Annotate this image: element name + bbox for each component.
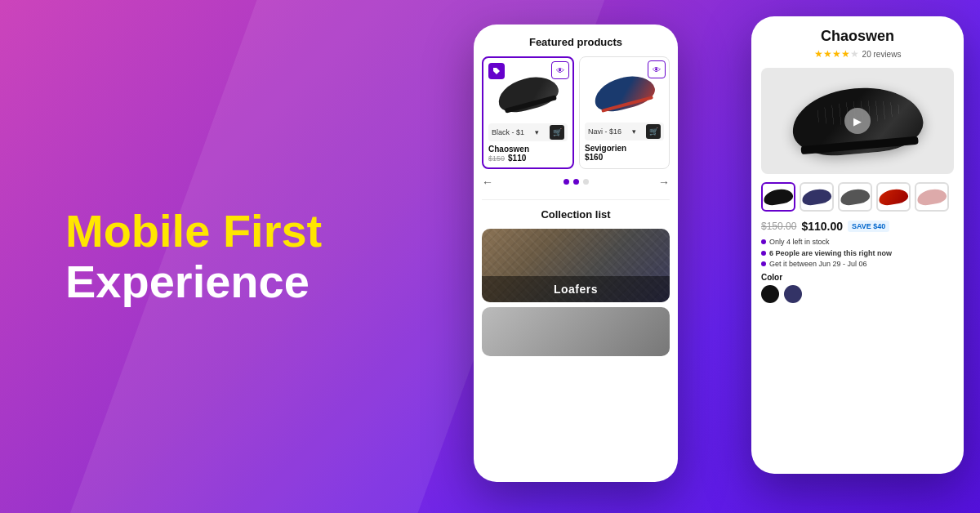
dot-3 (583, 179, 589, 185)
collection-name: Loafers (482, 276, 670, 302)
product-name-1: Chaoswen (488, 145, 568, 154)
swatch-5[interactable] (915, 182, 949, 212)
play-button[interactable]: ▶ (844, 108, 871, 134)
viewers-text: 6 People are viewing this right now (769, 249, 892, 257)
swatch-shoe-3 (840, 187, 871, 207)
price-new: $110.00 (801, 220, 843, 233)
eye-icon-1[interactable]: 👁 (551, 61, 569, 79)
hero-section: Mobile First Experience (65, 206, 322, 306)
add-to-cart-btn-2[interactable]: 🛒 (646, 124, 661, 139)
delivery-info: Get it between Jun 29 - Jul 06 (761, 260, 954, 268)
swatch-4[interactable] (876, 182, 911, 212)
price-section: $150.00 $110.00 SAVE $40 (761, 220, 954, 233)
price-old-1: $150 (488, 154, 505, 163)
variant-selector-1[interactable]: Black - $1 ▾ 🛒 (488, 123, 568, 141)
viewers-dot (761, 251, 766, 256)
rating-row: ★★★★★ 20 reviews (761, 48, 954, 60)
save-badge: SAVE $40 (848, 221, 889, 232)
product-card-1[interactable]: 👁 Black - $1 ▾ 🛒 Chaoswen $150 $110 (482, 56, 574, 169)
hero-line2: Experience (65, 256, 322, 307)
color-label: Color (761, 273, 954, 282)
collection-item-2[interactable] (482, 307, 670, 356)
dot-1 (564, 179, 569, 185)
prev-arrow[interactable]: ← (482, 176, 493, 189)
swatch-1[interactable] (761, 182, 795, 212)
price-2: $160 (585, 153, 664, 162)
dots (564, 179, 589, 185)
brand-name: Chaoswen (761, 28, 954, 45)
next-arrow[interactable]: → (658, 176, 670, 189)
price-new-1: $110 (508, 154, 526, 163)
pagination-nav: ← → (482, 172, 670, 191)
featured-title: Featured products (482, 36, 670, 48)
add-to-cart-btn-1[interactable]: 🛒 (550, 125, 564, 140)
eye-icon-2[interactable]: 👁 (648, 60, 666, 78)
reviews-count: 20 reviews (862, 50, 902, 59)
stock-indicator (761, 239, 766, 244)
hero-line1: Mobile First (65, 206, 322, 256)
product-name-2: Sevigorien (585, 144, 664, 153)
product-card-2[interactable]: 👁 Navi - $16 ▾ 🛒 Sevigorien $160 (579, 56, 670, 169)
viewers-info: 6 People are viewing this right now (761, 249, 954, 257)
swatch-3[interactable] (838, 182, 872, 212)
swatch-shoe-1 (763, 187, 795, 207)
color-swatches (761, 182, 954, 212)
price-old: $150.00 (761, 221, 796, 232)
collection-loafers[interactable]: Loafers (482, 229, 670, 302)
swatch-shoe-5 (916, 187, 948, 207)
stock-info: Only 4 left in stock (761, 238, 954, 246)
phones-showcase: Featured products 👁 Black - $1 (449, 0, 980, 513)
swatch-shoe-4 (878, 187, 910, 207)
delivery-text: Get it between Jun 29 - Jul 06 (769, 260, 867, 268)
divider (482, 199, 670, 200)
swatch-shoe-2 (801, 187, 833, 207)
stars: ★★★★★ (814, 48, 859, 60)
color-dots (761, 285, 954, 303)
collection-bg-2 (482, 307, 670, 356)
color-dot-1[interactable] (761, 285, 779, 303)
delivery-dot (761, 261, 766, 266)
product-video[interactable]: ▶ (761, 68, 954, 174)
swatch-2[interactable] (800, 182, 834, 212)
tag-icon (488, 63, 505, 79)
variant-selector-2[interactable]: Navi - $16 ▾ 🛒 (585, 123, 664, 141)
phone-2: Chaoswen ★★★★★ 20 reviews ▶ (751, 16, 964, 474)
phone-1: Featured products 👁 Black - $1 (474, 25, 678, 482)
products-grid: 👁 Black - $1 ▾ 🛒 Chaoswen $150 $110 (482, 56, 670, 169)
stock-text: Only 4 left in stock (769, 238, 830, 246)
color-dot-2[interactable] (784, 285, 802, 303)
collection-title: Collection list (482, 208, 670, 221)
dot-2 (573, 179, 579, 185)
